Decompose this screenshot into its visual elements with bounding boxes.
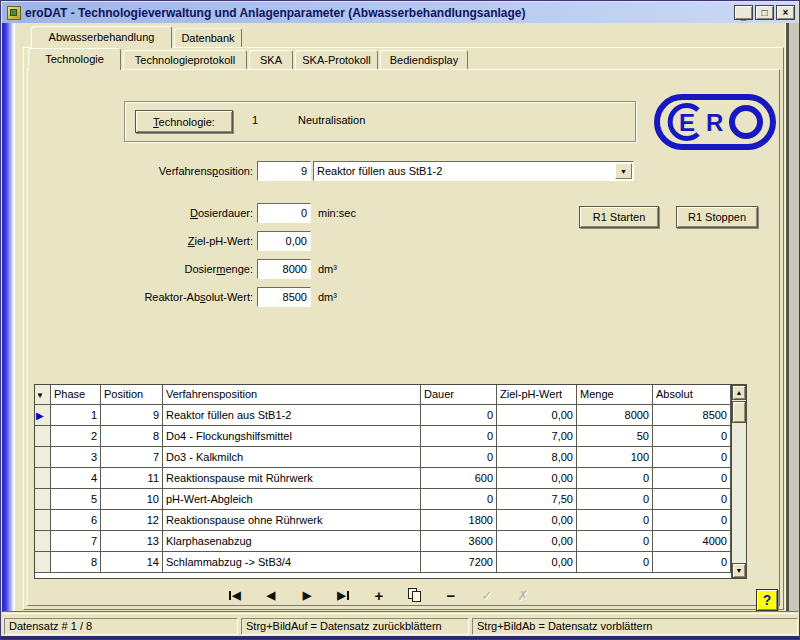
table-row[interactable]: ▶ 1 9 Reaktor füllen aus StB1-2 0 0,00 8… xyxy=(35,405,731,426)
scrollbar-thumb[interactable] xyxy=(732,401,746,423)
tab-datenbank[interactable]: Datenbank xyxy=(174,28,242,47)
scroll-down-button[interactable]: ▼ xyxy=(732,563,746,578)
dosiermenge-input[interactable] xyxy=(257,259,311,279)
table-row[interactable]: 5 10 pH-Wert-Abgleich 0 7,50 0 0 xyxy=(35,489,731,510)
tab-ska-protokoll[interactable]: SKA-Protokoll xyxy=(295,50,378,69)
cell-ziel-ph[interactable]: 0,00 xyxy=(497,531,577,552)
cell-absolut[interactable]: 0 xyxy=(653,447,731,468)
cell-dauer[interactable]: 1800 xyxy=(421,510,497,531)
help-button[interactable]: ? xyxy=(756,589,778,611)
cell-verfahrensposition[interactable]: Reaktionspause ohne Rührwerk xyxy=(163,510,421,531)
cell-dauer[interactable]: 0 xyxy=(421,489,497,510)
ziel-ph-input[interactable] xyxy=(257,231,311,251)
dosierdauer-input[interactable] xyxy=(257,203,311,223)
verfahrensposition-combobox[interactable]: Reaktor füllen aus StB1-2 ▼ xyxy=(313,161,634,181)
cell-dauer[interactable]: 7200 xyxy=(421,552,497,573)
cell-verfahrensposition[interactable]: Schlammabzug -> StB3/4 xyxy=(163,552,421,573)
maximize-button[interactable]: □ xyxy=(755,5,774,20)
cell-menge[interactable]: 8000 xyxy=(577,405,653,426)
cell-menge[interactable]: 0 xyxy=(577,552,653,573)
tab-abwasserbehandlung[interactable]: Abwasserbehandlung xyxy=(31,26,172,48)
cell-position[interactable]: 13 xyxy=(101,531,163,552)
cell-position[interactable]: 8 xyxy=(101,426,163,447)
cell-position[interactable]: 12 xyxy=(101,510,163,531)
cell-position[interactable]: 9 xyxy=(101,405,163,426)
row-selector[interactable] xyxy=(35,447,51,468)
cell-absolut[interactable]: 0 xyxy=(653,426,731,447)
cell-phase[interactable]: 8 xyxy=(51,552,101,573)
table-row[interactable]: 6 12 Reaktionspause ohne Rührwerk 1800 0… xyxy=(35,510,731,531)
cell-phase[interactable]: 4 xyxy=(51,468,101,489)
cell-dauer[interactable]: 3600 xyxy=(421,531,497,552)
row-selector[interactable]: ▶ xyxy=(35,405,51,426)
cell-dauer[interactable]: 0 xyxy=(421,426,497,447)
cell-menge[interactable]: 100 xyxy=(577,447,653,468)
cell-menge[interactable]: 0 xyxy=(577,531,653,552)
cell-ziel-ph[interactable]: 0,00 xyxy=(497,468,577,489)
technologie-button[interactable]: Technologie: xyxy=(135,110,233,133)
cell-ziel-ph[interactable]: 0,00 xyxy=(497,552,577,573)
scroll-up-button[interactable]: ▲ xyxy=(732,385,746,400)
tab-technologieprotokoll[interactable]: Technologieprotokoll xyxy=(123,50,247,69)
insert-record-button[interactable]: + xyxy=(367,586,391,605)
last-record-button[interactable]: ▶ xyxy=(331,586,355,605)
close-button[interactable]: × xyxy=(776,5,795,20)
row-selector[interactable] xyxy=(35,510,51,531)
r1-stoppen-button[interactable]: R1 Stoppen xyxy=(676,206,758,228)
cell-ziel-ph[interactable]: 8,00 xyxy=(497,447,577,468)
cell-absolut[interactable]: 8500 xyxy=(653,405,731,426)
row-selector[interactable] xyxy=(35,468,51,489)
cell-phase[interactable]: 7 xyxy=(51,531,101,552)
cell-ziel-ph[interactable]: 0,00 xyxy=(497,405,577,426)
cell-phase[interactable]: 2 xyxy=(51,426,101,447)
row-selector[interactable] xyxy=(35,552,51,573)
row-selector[interactable] xyxy=(35,531,51,552)
row-selector[interactable] xyxy=(35,426,51,447)
r1-starten-button[interactable]: R1 Starten xyxy=(579,206,659,228)
table-row[interactable]: 8 14 Schlammabzug -> StB3/4 7200 0,00 0 … xyxy=(35,552,731,573)
tab-technologie[interactable]: Technologie xyxy=(28,48,121,70)
first-record-button[interactable]: ◀ xyxy=(223,586,247,605)
cell-menge[interactable]: 0 xyxy=(577,468,653,489)
copy-record-button[interactable] xyxy=(403,586,427,605)
cell-position[interactable]: 7 xyxy=(101,447,163,468)
table-row[interactable]: 7 13 Klarphasenabzug 3600 0,00 0 4000 xyxy=(35,531,731,552)
cell-phase[interactable]: 3 xyxy=(51,447,101,468)
cell-absolut[interactable]: 0 xyxy=(653,489,731,510)
prior-record-button[interactable]: ◀ xyxy=(259,586,283,605)
cell-phase[interactable]: 1 xyxy=(51,405,101,426)
cell-ziel-ph[interactable]: 7,50 xyxy=(497,489,577,510)
cell-menge[interactable]: 50 xyxy=(577,426,653,447)
cell-ziel-ph[interactable]: 7,00 xyxy=(497,426,577,447)
cell-absolut[interactable]: 0 xyxy=(653,510,731,531)
cell-menge[interactable]: 0 xyxy=(577,489,653,510)
cell-verfahrensposition[interactable]: pH-Wert-Abgleich xyxy=(163,489,421,510)
tab-ska[interactable]: SKA xyxy=(249,50,293,69)
row-selector[interactable] xyxy=(35,489,51,510)
cell-phase[interactable]: 5 xyxy=(51,489,101,510)
cell-menge[interactable]: 0 xyxy=(577,510,653,531)
cell-verfahrensposition[interactable]: Reaktor füllen aus StB1-2 xyxy=(163,405,421,426)
cell-absolut[interactable]: 0 xyxy=(653,552,731,573)
cell-ziel-ph[interactable]: 0,00 xyxy=(497,510,577,531)
reaktor-absolut-input[interactable] xyxy=(257,287,311,307)
cell-verfahrensposition[interactable]: Do4 - Flockungshilfsmittel xyxy=(163,426,421,447)
cell-position[interactable]: 14 xyxy=(101,552,163,573)
cell-verfahrensposition[interactable]: Do3 - Kalkmilch xyxy=(163,447,421,468)
cell-position[interactable]: 10 xyxy=(101,489,163,510)
table-vertical-scrollbar[interactable]: ▲ ▼ xyxy=(731,385,746,578)
tab-bediendisplay[interactable]: Bediendisplay xyxy=(380,50,468,69)
combobox-dropdown-button[interactable]: ▼ xyxy=(615,163,632,179)
cell-absolut[interactable]: 0 xyxy=(653,468,731,489)
table-row[interactable]: 2 8 Do4 - Flockungshilfsmittel 0 7,00 50… xyxy=(35,426,731,447)
delete-record-button[interactable]: − xyxy=(439,586,463,605)
verfahrensposition-input[interactable] xyxy=(257,161,311,181)
cell-dauer[interactable]: 0 xyxy=(421,447,497,468)
cell-verfahrensposition[interactable]: Reaktionspause mit Rührwerk xyxy=(163,468,421,489)
cell-absolut[interactable]: 4000 xyxy=(653,531,731,552)
cell-position[interactable]: 11 xyxy=(101,468,163,489)
table-row[interactable]: 3 7 Do3 - Kalkmilch 0 8,00 100 0 xyxy=(35,447,731,468)
table-row[interactable]: 4 11 Reaktionspause mit Rührwerk 600 0,0… xyxy=(35,468,731,489)
next-record-button[interactable]: ▶ xyxy=(295,586,319,605)
minimize-button[interactable]: _ xyxy=(734,5,753,20)
